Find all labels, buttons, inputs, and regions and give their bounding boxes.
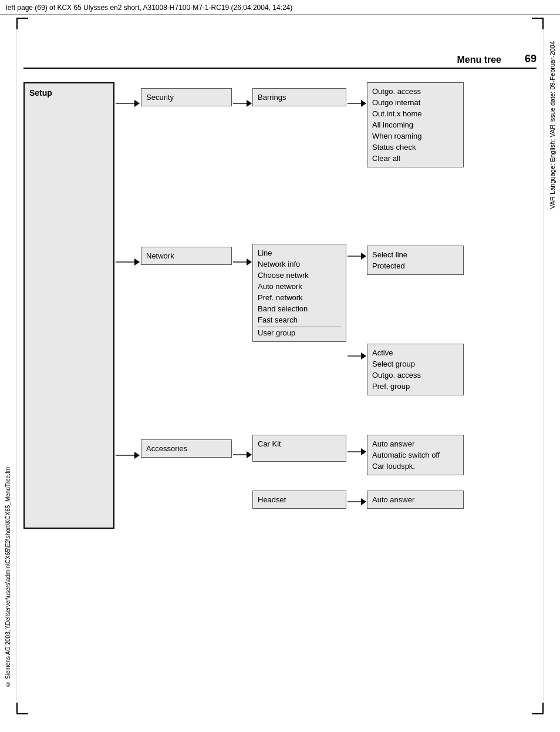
page-header: left page (69) of KCX 65 Ulysses en2 sho… (0, 0, 560, 15)
headset-box: Headset (252, 491, 346, 509)
setup-box: Setup (23, 82, 114, 529)
corner-tl-v (16, 18, 18, 29)
arrowhead-network-l2 (247, 258, 252, 266)
barrings-opt-3: Out.int.x home (372, 108, 458, 119)
headset-options-box: Auto answer (367, 491, 464, 509)
barrings-opt-6: Status check (372, 142, 458, 153)
arrow-usergroup-l3 (348, 352, 366, 360)
corner-tr-h (532, 18, 544, 19)
ck-opt-2: Automatic switch off (372, 449, 458, 461)
arrow-accessories-l2 (233, 451, 252, 458)
carkit-options-box: Auto answer Automatic switch off Car lou… (367, 435, 464, 475)
carkit-label: Car Kit (258, 438, 341, 449)
left-sidebar: © Siemens AG 2003, \\Dellserver\users\ad… (0, 18, 16, 711)
barrings-opt-7: Clear all (372, 153, 458, 164)
barrings-opt-4: All incoming (372, 119, 458, 130)
net-item-autonet: Auto network (258, 281, 341, 292)
arrow-network-l2 (233, 258, 252, 266)
ug-opt-2: Select group (372, 358, 458, 370)
hs-opt-1: Auto answer (372, 494, 458, 505)
copyright-text: © Siemens AG 2003, \\Dellserver\users\ad… (5, 467, 11, 687)
barrings-opt-1: Outgo. access (372, 86, 458, 97)
net-item-prefnet: Pref. network (258, 292, 341, 303)
arrowhead-usergroup-l3 (361, 352, 366, 360)
page-title-area: Menu tree 69 (23, 53, 537, 69)
setup-label: Setup (29, 88, 52, 98)
arrow-setup-security (116, 100, 140, 107)
main-content: Setup Security Barrings (23, 70, 537, 697)
corner-bl-v (16, 703, 18, 714)
section-title: Menu tree (457, 55, 501, 65)
barrings-opt-2: Outgo internat (372, 97, 458, 108)
arrow-headset-l3 (348, 498, 366, 505)
network-label: Network (146, 250, 227, 261)
arrowhead-l3-barrings (361, 100, 366, 107)
line-options-box: Select line Protected (367, 246, 464, 275)
var-info-text: VAR Language: English; VAR issue date: 0… (549, 41, 556, 209)
arrowhead-network (134, 258, 140, 266)
ck-opt-3: Car loudspk. (372, 461, 458, 472)
security-label: Security (146, 92, 227, 103)
tree-container: Setup Security Barrings (23, 70, 537, 540)
network-items-box: Line Network info Choose netwrk Auto net… (252, 244, 346, 342)
arrow-setup-network (116, 258, 140, 266)
carkit-box: Car Kit (252, 435, 346, 462)
line-opt-1: Select line (372, 249, 458, 260)
ug-opt-1: Active (372, 347, 458, 358)
net-item-usergroup: User group (258, 327, 341, 338)
barrings-label: Barrings (258, 92, 341, 103)
ug-opt-4: Pref. group (372, 381, 458, 392)
barrings-options-box: Outgo. access Outgo internat Out.int.x h… (367, 82, 464, 167)
arrowhead-headset-l3 (361, 498, 366, 505)
arrowhead-line-l3 (361, 253, 366, 260)
net-item-choosenetwrk: Choose netwrk (258, 270, 341, 281)
ug-opt-3: Outgo. access (372, 370, 458, 381)
corner-tr-v (542, 18, 544, 29)
accessories-label: Accessories (146, 443, 227, 454)
arrow-carkit-l3 (348, 448, 366, 455)
barrings-opt-5: When roaming (372, 130, 458, 142)
arrowhead-accessories (134, 452, 140, 459)
header-text: left page (69) of KCX 65 Ulysses en2 sho… (6, 4, 292, 12)
page-number: 69 (519, 53, 537, 65)
arrow-security-barrings (233, 100, 252, 107)
arrow-barrings-l3 (348, 100, 366, 107)
right-sidebar: VAR Language: English; VAR issue date: 0… (544, 18, 560, 711)
net-item-fastsearch: Fast search (258, 314, 341, 325)
accessories-box: Accessories (141, 439, 232, 458)
arrowhead-accessories-l2 (247, 451, 252, 458)
corner-tl-h (16, 18, 28, 19)
arrowhead-carkit-l3 (361, 448, 366, 455)
arrowhead-security (134, 100, 140, 107)
corner-br-h (532, 713, 544, 714)
arrow-line-l3 (348, 253, 366, 260)
corner-br-v (542, 703, 544, 714)
net-item-line: Line (258, 247, 341, 258)
security-box: Security (141, 88, 232, 106)
headset-label: Headset (258, 494, 341, 505)
arrowhead-barrings (247, 100, 252, 107)
corner-bl-h (16, 713, 28, 714)
usergroup-options-box: Active Select group Outgo. access Pref. … (367, 344, 464, 395)
ck-opt-1: Auto answer (372, 438, 458, 449)
line-opt-2: Protected (372, 260, 458, 271)
arrow-setup-accessories (116, 452, 140, 459)
net-item-netinfo: Network info (258, 258, 341, 270)
net-item-bandsel: Band selection (258, 303, 341, 314)
barrings-box: Barrings (252, 88, 346, 106)
network-box: Network (141, 247, 232, 265)
